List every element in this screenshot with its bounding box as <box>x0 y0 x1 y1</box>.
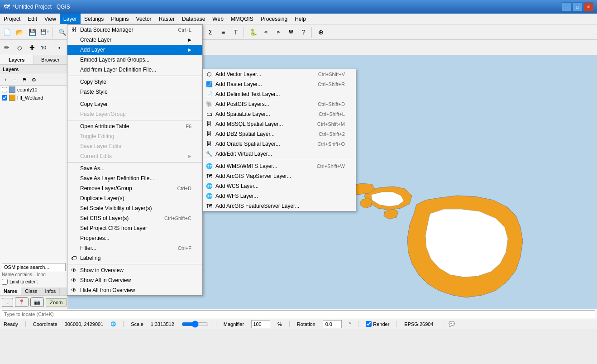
add-oracle[interactable]: 🗄 Add Oracle Spatial Layer... Ctrl+Shift… <box>203 139 356 149</box>
add-delimited-text[interactable]: 📄 Add Delimited Text Layer... <box>203 89 356 99</box>
clip-prev-button[interactable]: ⊲ <box>260 26 272 38</box>
w-button[interactable]: W <box>285 26 297 38</box>
toolbar2-btn1[interactable]: ⬥ <box>53 42 65 53</box>
layer-menu-embed[interactable]: Embed Layers and Groups... <box>67 55 202 65</box>
sigma-button[interactable]: Σ <box>205 26 216 38</box>
panel-btn1[interactable]: ... <box>2 298 13 307</box>
help-button[interactable]: ? <box>298 26 310 38</box>
add-arcgis-map[interactable]: 🗺 Add ArcGIS MapServer Layer... <box>203 171 356 181</box>
layer-menu-copystyle[interactable]: Copy Style <box>67 77 202 87</box>
layer-menu-openattr[interactable]: Open Attribute Table F6 <box>67 121 202 131</box>
search-button[interactable]: 🔍 <box>56 26 68 38</box>
add-db2[interactable]: 🗄 Add DB2 Spatial Layer... Ctrl+Shift+2 <box>203 129 356 139</box>
add-mssql[interactable]: 🗄 Add MSSQL Spatial Layer... Ctrl+Shift+… <box>203 119 356 129</box>
menu-vector[interactable]: Vector <box>133 14 155 24</box>
new-project-button[interactable]: 📄 <box>1 26 13 38</box>
add-spatialite[interactable]: 🗃 Add SpatiaLite Layer... Ctrl+Shift+L <box>203 109 356 119</box>
menu-view[interactable]: View <box>41 14 60 24</box>
layers-add-btn[interactable]: + <box>1 75 10 84</box>
layer-county10[interactable]: county10 <box>0 86 67 94</box>
python-button[interactable]: 🐍 <box>247 26 259 38</box>
magnifier-input[interactable] <box>251 320 270 328</box>
layer-menu-properties[interactable]: Properties... <box>67 233 202 243</box>
add-raster-layer[interactable]: 🗾 Add Raster Layer... Ctrl+Shift+R <box>203 79 356 89</box>
add-wfs[interactable]: 🌐 Add WFS Layer... <box>203 191 356 201</box>
tab-layers[interactable]: Layers <box>0 55 34 64</box>
layer-menu-duplicate[interactable]: Duplicate Layer(s) <box>67 193 202 203</box>
save-as-button[interactable]: 💾+ <box>39 26 51 38</box>
layer-menu-fromdef[interactable]: Add from Layer Definition File... <box>67 65 202 75</box>
layer-menu-add[interactable]: Add Layer <box>67 45 202 55</box>
menu-web[interactable]: Web <box>209 14 227 24</box>
locate-input[interactable] <box>2 310 595 318</box>
menu-plugins[interactable]: Plugins <box>107 14 132 24</box>
render-checkbox[interactable] <box>366 321 372 327</box>
layer-hi-wetland[interactable]: HI_Wetland <box>0 94 67 102</box>
panel-btn2[interactable]: 📍 <box>15 297 29 307</box>
minimize-button[interactable]: ─ <box>562 2 572 11</box>
menu-project[interactable]: Project <box>0 14 24 24</box>
layer-menu-create[interactable]: Create Layer <box>67 35 202 45</box>
layer-menu-pastestyle[interactable]: Paste Style <box>67 87 202 97</box>
add-arcgis-fs[interactable]: 🗺 Add ArcGIS FeatureServer Layer... <box>203 201 356 211</box>
add-virtual[interactable]: 🔧 Add/Edit Virtual Layer... <box>203 149 356 159</box>
gps-button[interactable]: ⊕ <box>315 26 327 38</box>
tab-browser[interactable]: Browser <box>34 55 68 64</box>
showallov-icon: 👁 <box>70 277 77 284</box>
layer-county10-checkbox[interactable] <box>2 87 7 92</box>
layer-menu-saveas[interactable]: Save As... <box>67 163 202 173</box>
text-button[interactable]: T <box>230 26 242 38</box>
save-project-button[interactable]: 💾 <box>26 26 38 38</box>
menu-edit[interactable]: Edit <box>24 14 41 24</box>
layers-filter-btn[interactable]: ⚑ <box>20 75 29 84</box>
layer-menu-labeling[interactable]: 🏷 Labeling <box>67 253 202 263</box>
attr-tab-infos[interactable]: Infos <box>41 287 60 295</box>
layer-menu-scalevis[interactable]: Set Scale Visibility of Layer(s) <box>67 203 202 213</box>
layer-menu-filter[interactable]: Filter... Ctrl+F <box>67 243 202 253</box>
clip-next-button[interactable]: ⊳ <box>272 26 284 38</box>
layer-menu-showallov[interactable]: 👁 Show All in Overview <box>67 275 202 285</box>
layer-menu-setcrs[interactable]: Set CRS of Layer(s) Ctrl+Shift+C <box>67 213 202 223</box>
layer-hi-wetland-checkbox[interactable] <box>2 95 7 101</box>
attr-tab-name[interactable]: Name <box>0 287 21 295</box>
layers-settings-btn[interactable]: ⚙ <box>29 75 38 84</box>
menu-layer[interactable]: Layer <box>60 14 81 24</box>
osm-search-input[interactable] <box>2 263 66 271</box>
coord-crs-button[interactable]: 🌐 <box>110 321 116 326</box>
layer-menu-pastelayer: Paste Layer/Group <box>67 109 202 119</box>
layer-menu-setprojcrs[interactable]: Set Project CRS from Layer <box>67 223 202 233</box>
layer-menu-datasource[interactable]: 🗄 Data Source Manager Ctrl+L <box>67 25 202 35</box>
attr-button[interactable]: ≡ <box>217 26 229 38</box>
move-button[interactable]: ✚ <box>26 42 38 53</box>
arcgis-fs-icon: 🗺 <box>205 202 213 210</box>
menu-processing[interactable]: Processing <box>257 14 291 24</box>
close-button[interactable]: ✕ <box>583 2 593 11</box>
layer-menu-copylayer[interactable]: Copy Layer <box>67 99 202 109</box>
layer-menu-showinov[interactable]: 👁 Show in Overview <box>67 265 202 275</box>
menu-settings[interactable]: Settings <box>81 14 107 24</box>
attr-tab-class[interactable]: Class <box>21 287 42 295</box>
search-bar <box>0 309 597 319</box>
layer-menu-hideallfrm[interactable]: 👁 Hide All from Overview <box>67 285 202 295</box>
maximize-button[interactable]: □ <box>573 2 583 11</box>
node-button[interactable]: ◇ <box>14 42 25 53</box>
layers-remove-btn[interactable]: − <box>10 75 19 84</box>
layer-menu-remove[interactable]: Remove Layer/Group Ctrl+D <box>67 183 202 193</box>
layer-menu-saveasdef[interactable]: Save As Layer Definition File... <box>67 173 202 183</box>
menu-mmqgis[interactable]: MMQGIS <box>227 14 257 24</box>
rotation-input[interactable] <box>323 320 342 328</box>
menu-database[interactable]: Database <box>178 14 209 24</box>
panel-btn3[interactable]: 📷 <box>30 297 44 307</box>
menu-raster[interactable]: Raster <box>155 14 178 24</box>
menu-help[interactable]: Help <box>291 14 310 24</box>
osm-extent-checkbox[interactable] <box>2 279 8 285</box>
layer-dropdown-menu: 🗄 Data Source Manager Ctrl+L Create Laye… <box>67 24 203 296</box>
add-wcs[interactable]: 🌐 Add WCS Layer... <box>203 181 356 191</box>
open-project-button[interactable]: 📂 <box>14 26 25 38</box>
zoom-button[interactable]: Zoom <box>46 298 67 307</box>
add-wms[interactable]: 🌐 Add WMS/WMTS Layer... Ctrl+Shift+W <box>203 161 356 171</box>
add-postgis[interactable]: 🐘 Add PostGIS Layers... Ctrl+Shift+D <box>203 99 356 109</box>
add-vector-layer[interactable]: ⬡ Add Vector Layer... Ctrl+Shift+V <box>203 69 356 79</box>
scale-slider[interactable] <box>181 321 209 327</box>
edit-button[interactable]: ✏ <box>1 42 13 53</box>
